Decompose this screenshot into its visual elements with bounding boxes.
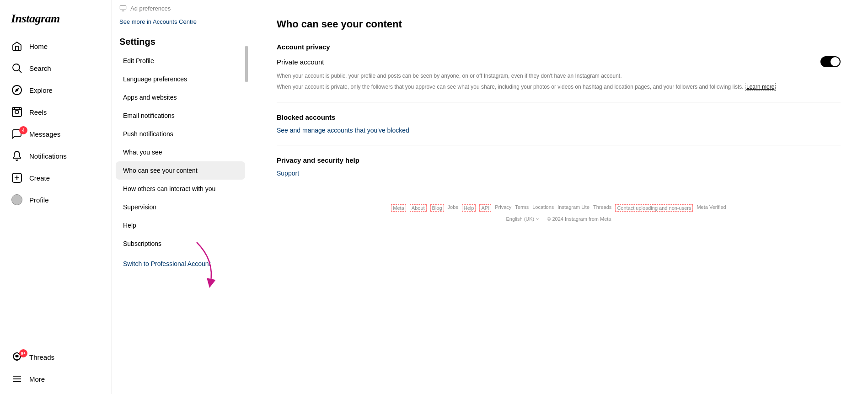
messages-badge: 4 <box>19 126 27 134</box>
notifications-icon <box>11 150 23 162</box>
privacy-help-heading: Privacy and security help <box>277 156 841 164</box>
svg-line-1 <box>19 70 21 73</box>
footer: Meta About Blog Jobs Help API Privacy Te… <box>277 204 841 222</box>
nav-item-reels[interactable]: Reels <box>5 101 106 122</box>
nav-item-create[interactable]: Create <box>5 167 106 188</box>
nav-label-home: Home <box>29 43 48 50</box>
footer-link-locations[interactable]: Locations <box>532 204 554 212</box>
settings-menu-help[interactable]: Help <box>116 216 245 234</box>
footer-link-instagram-lite[interactable]: Instagram Lite <box>557 204 589 212</box>
blocked-accounts-link[interactable]: See and manage accounts that you've bloc… <box>277 127 409 134</box>
footer-link-api[interactable]: API <box>479 204 491 212</box>
footer-links: Meta About Blog Jobs Help API Privacy Te… <box>277 204 841 212</box>
left-navigation: Instagram Home Search Explore <box>0 0 112 394</box>
nav-item-explore[interactable]: Explore <box>5 80 106 101</box>
svg-rect-15 <box>120 5 126 10</box>
accounts-centre-link-row: See more in Accounts Centre <box>112 15 249 29</box>
footer-link-meta-verified[interactable]: Meta Verified <box>697 204 726 212</box>
nav-item-more[interactable]: More <box>5 368 106 389</box>
footer-link-terms[interactable]: Terms <box>515 204 529 212</box>
main-content: Who can see your content Account privacy… <box>249 0 868 394</box>
scroll-indicator <box>245 46 248 82</box>
create-icon <box>11 172 23 184</box>
settings-menu-push-notifications[interactable]: Push notifications <box>116 125 245 143</box>
language-selector[interactable]: English (UK) <box>506 216 540 222</box>
nav-label-explore: Explore <box>29 86 53 94</box>
privacy-help-section: Privacy and security help Support <box>277 156 841 177</box>
private-account-toggle[interactable] <box>820 56 841 67</box>
footer-link-help[interactable]: Help <box>462 204 476 212</box>
footer-copyright: © 2024 Instagram from Meta <box>547 216 611 222</box>
search-icon <box>11 62 23 74</box>
nav-item-notifications[interactable]: Notifications <box>5 145 106 166</box>
settings-menu-what-you-see[interactable]: What you see <box>116 143 245 161</box>
profile-avatar <box>11 194 23 206</box>
settings-menu-how-others-interact[interactable]: How others can interact with you <box>116 180 245 198</box>
divider-2 <box>277 145 841 145</box>
nav-label-reels: Reels <box>29 108 47 116</box>
settings-menu-who-can-see[interactable]: Who can see your content <box>116 161 245 180</box>
blocked-accounts-heading: Blocked accounts <box>277 113 841 121</box>
ad-pref-icon <box>119 5 127 12</box>
footer-link-jobs[interactable]: Jobs <box>448 204 458 212</box>
settings-menu-supervision[interactable]: Supervision <box>116 198 245 216</box>
nav-label-profile: Profile <box>29 196 49 204</box>
private-account-row: Private account <box>277 56 841 67</box>
settings-panel: Ad preferences See more in Accounts Cent… <box>112 0 249 394</box>
nav-label-more: More <box>29 375 45 383</box>
nav-item-profile[interactable]: Profile <box>5 189 106 210</box>
nav-item-threads[interactable]: 9+ Threads <box>5 346 106 367</box>
footer-link-blog[interactable]: Blog <box>430 204 444 212</box>
ad-preferences-label: Ad preferences <box>130 5 171 12</box>
learn-more-link[interactable]: Learn more <box>745 83 776 91</box>
see-more-accounts-centre-link[interactable]: See more in Accounts Centre <box>119 18 197 25</box>
svg-rect-4 <box>12 107 21 117</box>
threads-badge: 9+ <box>19 349 27 357</box>
support-link[interactable]: Support <box>277 170 299 177</box>
language-label: English (UK) <box>506 216 535 222</box>
account-privacy-description-1: When your account is public, your profil… <box>277 72 841 80</box>
more-icon <box>11 373 23 385</box>
blocked-accounts-section: Blocked accounts See and manage accounts… <box>277 113 841 134</box>
footer-link-privacy[interactable]: Privacy <box>495 204 511 212</box>
account-privacy-heading: Account privacy <box>277 43 841 51</box>
nav-label-threads: Threads <box>29 353 54 361</box>
footer-link-contact-uploading[interactable]: Contact uploading and non-users <box>615 204 693 212</box>
footer-link-about[interactable]: About <box>410 204 427 212</box>
account-privacy-section: Account privacy Private account When you… <box>277 43 841 91</box>
page-title: Who can see your content <box>277 18 841 30</box>
footer-link-meta[interactable]: Meta <box>391 204 406 212</box>
ad-preferences-row: Ad preferences <box>112 0 249 15</box>
nav-item-search[interactable]: Search <box>5 58 106 79</box>
nav-label-create: Create <box>29 174 50 182</box>
svg-point-5 <box>15 110 19 114</box>
settings-menu-apps-and-websites[interactable]: Apps and websites <box>116 88 245 106</box>
nav-item-messages[interactable]: 4 Messages <box>5 123 106 144</box>
nav-label-notifications: Notifications <box>29 152 67 160</box>
explore-icon <box>11 84 23 96</box>
divider-1 <box>277 102 841 102</box>
settings-menu-switch-professional[interactable]: Switch to Professional Account <box>116 255 245 273</box>
chevron-down-icon <box>535 217 540 221</box>
home-icon <box>11 40 23 52</box>
settings-menu-email-notifications[interactable]: Email notifications <box>116 106 245 125</box>
toggle-knob <box>830 57 840 66</box>
account-privacy-description-2: When your account is private, only the f… <box>277 83 841 91</box>
settings-menu-edit-profile[interactable]: Edit Profile <box>116 52 245 70</box>
svg-point-0 <box>13 64 20 71</box>
nav-label-messages: Messages <box>29 130 60 138</box>
footer-link-threads[interactable]: Threads <box>593 204 611 212</box>
nav-label-search: Search <box>29 64 51 72</box>
private-account-label: Private account <box>277 58 324 66</box>
settings-title: Settings <box>112 29 249 52</box>
svg-marker-3 <box>15 88 19 92</box>
nav-item-home[interactable]: Home <box>5 36 106 57</box>
reels-icon <box>11 106 23 118</box>
settings-menu-subscriptions[interactable]: Subscriptions <box>116 234 245 253</box>
instagram-logo: Instagram <box>5 4 106 36</box>
settings-menu-language-preferences[interactable]: Language preferences <box>116 70 245 88</box>
